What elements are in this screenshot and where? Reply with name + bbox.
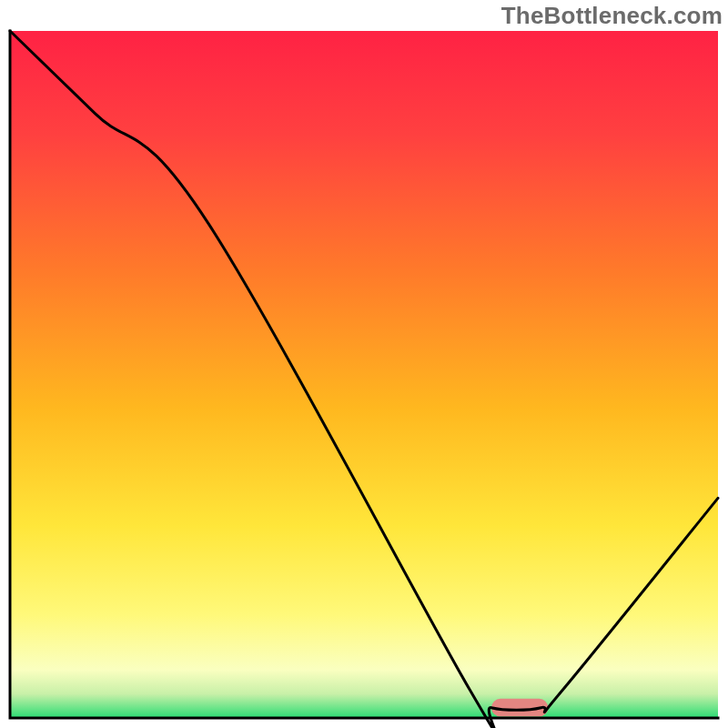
chart-container: TheBottleneck.com [0,0,728,728]
plot-area [10,31,718,728]
gradient-background [10,31,718,718]
watermark-text: TheBottleneck.com [501,2,723,30]
chart-svg [0,0,728,728]
